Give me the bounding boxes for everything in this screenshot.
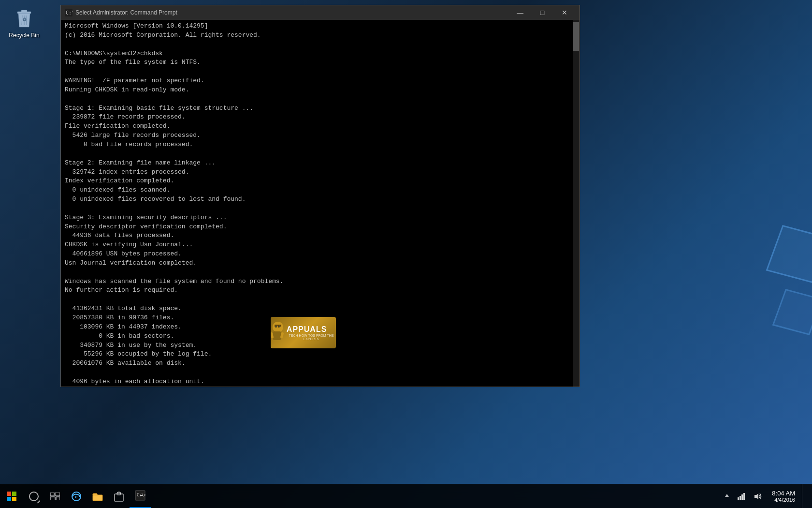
current-date: 4/4/2016 (774, 497, 795, 503)
maximize-button[interactable]: □ (531, 5, 553, 20)
task-view-icon (50, 493, 60, 500)
win-logo-blue (7, 497, 11, 501)
system-tray: 8:04 AM 4/4/2016 (718, 484, 812, 508)
minimize-button[interactable]: — (509, 5, 531, 20)
tray-overflow-button[interactable] (722, 484, 732, 508)
network-tray-item[interactable] (734, 484, 749, 508)
search-button[interactable] (23, 484, 44, 508)
edge-icon: e (71, 491, 82, 502)
svg-rect-22 (740, 496, 741, 500)
edge-button[interactable]: e (66, 484, 87, 508)
desktop: ♻ Recycle Bin C:\ Select Administrator: … (0, 0, 812, 508)
svg-text:e: e (75, 494, 77, 499)
cmd-titlebar: C:\ Select Administrator: Command Prompt… (61, 5, 580, 20)
svg-rect-19 (140, 495, 143, 496)
cmd-controls: — □ ✕ (509, 5, 576, 20)
win-decoration (754, 157, 812, 351)
start-button[interactable] (0, 484, 23, 508)
svg-rect-14 (93, 495, 102, 501)
win-logo-green (12, 492, 16, 496)
svg-rect-24 (743, 493, 745, 500)
appuals-watermark: APPUALS TECH HOW-TOS FROM THE EXPERTS (271, 317, 336, 348)
win-deco-element-2 (772, 289, 812, 335)
scrollbar-thumb[interactable] (573, 22, 579, 51)
svg-marker-25 (754, 493, 758, 499)
appuals-brand-text: APPUALS (287, 325, 336, 334)
chevron-up-icon (725, 493, 729, 500)
close-button[interactable]: ✕ (553, 5, 576, 20)
recycle-bin-label: Recycle Bin (9, 32, 39, 39)
svg-rect-10 (50, 497, 55, 500)
appuals-tagline: TECH HOW-TOS FROM THE EXPERTS (287, 334, 336, 341)
cmd-taskbar-button[interactable]: C:\> (130, 484, 151, 508)
svg-rect-11 (56, 497, 60, 500)
sound-tray-item[interactable] (751, 484, 765, 508)
svg-rect-9 (55, 493, 60, 496)
win-deco-element-1 (766, 225, 812, 283)
svg-rect-8 (50, 493, 54, 496)
taskbar: e C:\> (0, 484, 812, 508)
cmd-icon: C:\ (65, 9, 72, 16)
win-logo-yellow (12, 497, 16, 501)
network-icon (737, 493, 746, 500)
appuals-content: APPUALS TECH HOW-TOS FROM THE EXPERTS (271, 321, 336, 345)
file-explorer-button[interactable] (87, 484, 108, 508)
cmd-taskbar-icon: C:\> (135, 490, 145, 501)
search-icon (29, 492, 39, 501)
clock-tray-item[interactable]: 8:04 AM 4/4/2016 (767, 490, 800, 503)
win-logo-red (7, 492, 11, 496)
svg-rect-1 (21, 10, 27, 12)
svg-rect-23 (741, 494, 743, 500)
recycle-bin[interactable]: ♻ Recycle Bin (5, 5, 44, 41)
windows-logo-icon (7, 492, 16, 501)
svg-text:C:\: C:\ (66, 10, 72, 15)
show-desktop-button[interactable] (802, 484, 808, 508)
current-time: 8:04 AM (772, 490, 795, 497)
store-button[interactable] (108, 484, 130, 508)
file-explorer-icon (92, 492, 103, 501)
svg-marker-20 (725, 494, 729, 497)
svg-rect-21 (738, 497, 739, 500)
cmd-title: Select Administrator: Command Prompt (75, 9, 509, 16)
cmd-scrollbar[interactable] (573, 20, 580, 387)
svg-text:♻: ♻ (22, 17, 27, 22)
task-view-button[interactable] (44, 484, 66, 508)
sound-icon (754, 493, 762, 500)
store-icon (114, 491, 124, 502)
recycle-bin-icon: ♻ (13, 7, 36, 30)
